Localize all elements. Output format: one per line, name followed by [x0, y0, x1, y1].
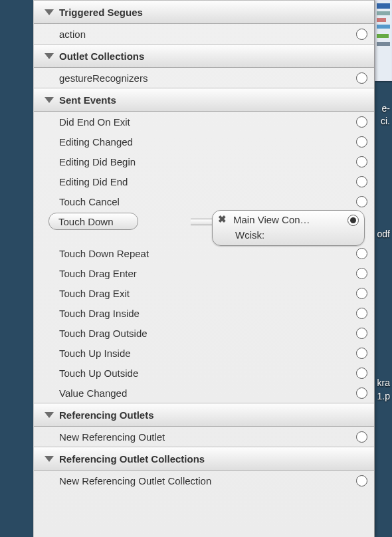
connection-well-icon[interactable]	[347, 215, 359, 226]
connection-well-icon[interactable]	[356, 475, 367, 486]
event-row[interactable]: Touch Cancel	[34, 191, 374, 211]
svg-rect-22	[377, 25, 390, 29]
event-label: Touch Down Repeat	[59, 248, 149, 259]
event-row[interactable]: Touch Drag Inside	[34, 303, 374, 323]
section-title: Referencing Outlet Collections	[59, 453, 205, 465]
connection-well-icon[interactable]	[356, 156, 367, 167]
svg-rect-24	[377, 42, 390, 46]
section-title: Triggered Segues	[59, 7, 143, 18]
event-label: Touch Up Inside	[59, 348, 131, 359]
connection-well-icon[interactable]	[356, 248, 367, 259]
event-row[interactable]: Editing Changed	[34, 132, 374, 152]
outlet-label: New Referencing Outlet Collection	[59, 475, 211, 486]
event-row[interactable]: Touch Up Outside	[34, 363, 374, 383]
desktop-thumbnail	[375, 0, 392, 81]
connection-well-icon[interactable]	[356, 431, 367, 443]
event-label: Touch Down	[58, 216, 114, 227]
event-row[interactable]: Editing Did Begin	[34, 152, 374, 171]
disclosure-triangle-icon	[45, 97, 54, 103]
outlet-row[interactable]: action	[34, 24, 374, 44]
svg-rect-20	[377, 11, 390, 15]
outlet-row[interactable]: New Referencing Outlet	[34, 427, 374, 447]
connection-well-icon[interactable]	[356, 176, 367, 187]
connection-destination-label: Main View Con…	[233, 214, 310, 225]
desktop-caption: ci.	[381, 116, 390, 126]
section-title: Referencing Outlets	[59, 409, 154, 421]
outlet-row[interactable]: gestureRecognizers	[34, 68, 374, 88]
connection-well-icon[interactable]	[356, 288, 367, 299]
event-row[interactable]: Touch Drag Outside	[34, 323, 374, 343]
connection-well-icon[interactable]	[356, 387, 367, 399]
event-label: Touch Drag Enter	[59, 268, 137, 279]
event-row[interactable]: Touch Up Inside	[34, 343, 374, 363]
section-sent-events[interactable]: Sent Events	[34, 88, 374, 112]
connections-inspector: Triggered Segues action Outlet Collectio…	[33, 0, 375, 537]
event-label: Did End On Exit	[59, 116, 130, 128]
section-triggered-segues[interactable]: Triggered Segues	[34, 0, 374, 24]
section-referencing-outlet-collections[interactable]: Referencing Outlet Collections	[34, 447, 374, 471]
svg-rect-19	[377, 3, 390, 9]
event-row-connected[interactable]: Touch Down ✖ Main View Con… Wcisk:	[34, 211, 374, 231]
section-title: Sent Events	[59, 94, 116, 106]
connection-well-icon[interactable]	[356, 368, 367, 379]
outlet-row[interactable]: New Referencing Outlet Collection	[34, 471, 374, 490]
event-label: Touch Drag Exit	[59, 288, 130, 299]
section-outlet-collections[interactable]: Outlet Collections	[34, 44, 374, 68]
event-row[interactable]: Editing Did End	[34, 171, 374, 191]
connection-well-icon[interactable]	[356, 136, 367, 148]
section-referencing-outlets[interactable]: Referencing Outlets	[34, 403, 374, 427]
connection-well-icon[interactable]	[356, 196, 367, 207]
event-label: Touch Drag Outside	[59, 328, 147, 339]
connection-well-icon[interactable]	[356, 348, 367, 359]
connection-well-icon[interactable]	[356, 328, 367, 339]
event-row[interactable]: Did End On Exit	[34, 112, 374, 132]
connection-well-icon[interactable]	[356, 116, 367, 128]
connection-action-label: Wcisk:	[213, 228, 364, 243]
event-pill: Touch Down	[49, 213, 138, 230]
outlet-label: New Referencing Outlet	[59, 431, 165, 443]
event-row[interactable]: Touch Down Repeat	[34, 243, 374, 263]
event-label: Touch Drag Inside	[59, 308, 140, 319]
disclosure-triangle-icon	[45, 53, 54, 59]
svg-rect-21	[377, 18, 386, 22]
desktop-caption: 1.p	[377, 391, 390, 401]
connection-stub	[191, 219, 212, 225]
outlet-label: gestureRecognizers	[59, 72, 147, 84]
desktop-caption: odf	[377, 229, 390, 239]
event-label: Touch Cancel	[59, 196, 120, 207]
event-label: Touch Up Outside	[59, 368, 138, 379]
event-label: Editing Did Begin	[59, 156, 136, 167]
event-row[interactable]: Value Changed	[34, 383, 374, 403]
event-label: Editing Changed	[59, 136, 133, 148]
connection-well-icon[interactable]	[356, 308, 367, 319]
connection-well-icon[interactable]	[356, 72, 367, 84]
disclosure-triangle-icon	[45, 456, 54, 462]
event-label: Editing Did End	[59, 176, 128, 187]
outlet-label: action	[59, 29, 86, 40]
desktop-caption: e-	[382, 103, 390, 114]
connection-well-icon[interactable]	[356, 268, 367, 279]
connection-destination: ✖ Main View Con… Wcisk:	[212, 210, 365, 246]
section-title: Outlet Collections	[59, 51, 144, 62]
desktop-caption: kra	[377, 377, 390, 388]
connection-well-icon[interactable]	[356, 29, 367, 40]
event-row[interactable]: Touch Drag Enter	[34, 263, 374, 283]
disclosure-triangle-icon	[45, 9, 54, 15]
delete-connection-icon[interactable]: ✖	[218, 213, 227, 225]
event-label: Value Changed	[59, 387, 127, 399]
svg-rect-23	[377, 34, 389, 38]
disclosure-triangle-icon	[45, 412, 54, 418]
event-row[interactable]: Touch Drag Exit	[34, 283, 374, 303]
